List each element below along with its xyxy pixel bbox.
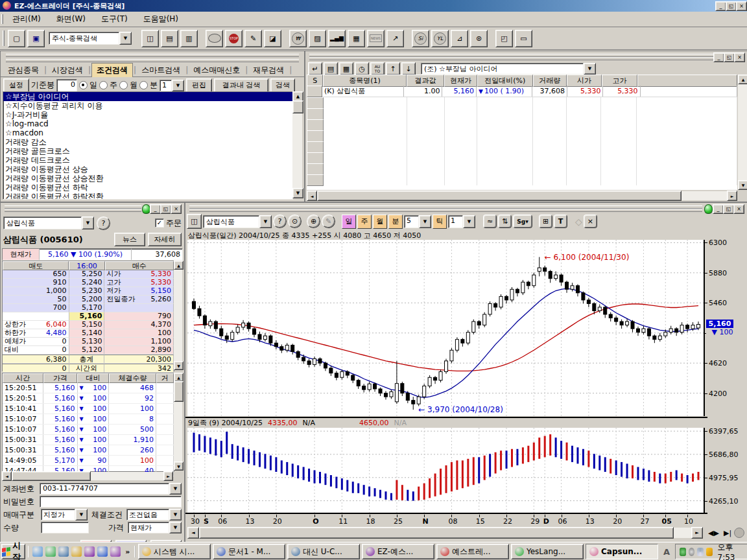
time-header[interactable]: 16:00: [69, 261, 104, 270]
scroll-down-icon[interactable]: ▼: [174, 461, 184, 471]
tick-col-1[interactable]: 가격: [43, 373, 78, 383]
yl-icon[interactable]: YL: [431, 30, 449, 47]
chevron-down-icon[interactable]: ▼: [169, 509, 182, 520]
detail-button[interactable]: 자세히: [148, 233, 182, 246]
minimize-button[interactable]: _: [150, 204, 161, 214]
tray-volume-icon[interactable]: [689, 548, 695, 556]
tick-row[interactable]: 15:20:515,160▼10092: [3, 393, 174, 404]
condition-item[interactable]: 거래량 골든크로스: [3, 146, 292, 156]
tick-row[interactable]: 14:49:055,170▼90100: [3, 456, 174, 466]
period-button-일[interactable]: 일: [342, 215, 356, 229]
condition-item[interactable]: 거래량 감소: [3, 137, 292, 146]
condition-item[interactable]: ☆지수이동평균 괴리치 이용: [3, 101, 292, 110]
chevron-down-icon[interactable]: ▼: [75, 509, 88, 520]
clock-icon[interactable]: ◷: [355, 62, 369, 75]
task-button[interactable]: 문서1 - M...: [213, 544, 285, 559]
restore-button[interactable]: ◱: [160, 204, 171, 214]
condition-combo[interactable]: (조) ☆부장님 아이디어▼: [421, 63, 596, 75]
signal-icon[interactable]: Sg▼: [513, 215, 532, 228]
panel-drag-handle2[interactable]: [189, 209, 702, 212]
tray-security-icon[interactable]: [706, 548, 713, 556]
pencil-icon[interactable]: ✎: [322, 215, 335, 228]
account-combo[interactable]: 003-11-774707▼: [40, 483, 182, 495]
outlook-icon[interactable]: [32, 546, 43, 557]
minute-combo[interactable]: 1▼: [160, 80, 184, 91]
scroll-up-icon[interactable]: ▲: [174, 373, 184, 382]
menu-grip[interactable]: [1, 14, 3, 24]
minimize-button[interactable]: _: [713, 204, 724, 214]
scroll-thumb[interactable]: [12, 471, 91, 481]
scroll-thumb[interactable]: [292, 100, 303, 113]
down-arrow-icon[interactable]: ↓: [401, 62, 416, 75]
tab-재무검색[interactable]: 재무검색: [248, 64, 289, 77]
chart-close-icon[interactable]: ×: [584, 215, 597, 228]
line-chart-icon[interactable]: ≈: [483, 215, 497, 228]
close-button[interactable]: ×: [733, 204, 744, 214]
quicklaunch-grip[interactable]: [28, 546, 29, 557]
row-selector[interactable]: [307, 152, 324, 164]
chevron-down-icon[interactable]: ▼: [82, 216, 94, 229]
chart-tick-combo[interactable]: 1▼: [448, 215, 475, 228]
scroll-right-icon[interactable]: ►: [691, 527, 703, 539]
row-selector[interactable]: [307, 119, 324, 131]
settings-gear-icon[interactable]: ⊛: [470, 30, 488, 47]
bar-chart-icon[interactable]: ▂▄▆: [328, 30, 346, 47]
panel-drag-handle2[interactable]: [309, 57, 714, 60]
language-indicator[interactable]: A: [659, 547, 674, 557]
order-checkbox[interactable]: ✓: [155, 218, 164, 228]
condition-item[interactable]: 거래량 이동평균선 하락전환: [3, 192, 292, 200]
scroll-up-icon[interactable]: ▲: [174, 261, 184, 270]
panel-drag-handle[interactable]: [6, 54, 299, 57]
new-window-icon[interactable]: ▢: [8, 30, 25, 47]
table-row[interactable]: (K) 삼립식품1.005,160▼100 ( 1.90)37,6085,330…: [307, 86, 737, 97]
base-candle-input[interactable]: 0: [56, 79, 77, 92]
period-button-월[interactable]: 월: [373, 215, 387, 229]
expand-icon[interactable]: ◰: [495, 30, 513, 47]
form-search-icon[interactable]: ▨: [309, 30, 326, 47]
condition-item[interactable]: ☆J-과거비율: [3, 110, 292, 119]
restore-button[interactable]: ◱: [724, 52, 735, 62]
stock-combo[interactable]: 삼립식품▼: [3, 216, 94, 229]
menu-help[interactable]: 도움말(H): [136, 14, 186, 25]
help-icon[interactable]: ?: [273, 215, 287, 228]
scroll-thumb[interactable]: [199, 527, 674, 539]
updown-icon[interactable]: ⇅: [498, 215, 512, 228]
task-button[interactable]: Capsun...: [586, 544, 658, 559]
won-coin-icon[interactable]: ₩: [289, 30, 307, 47]
tick-row[interactable]: 15:10:075,160▼1008: [3, 414, 174, 425]
condition-item[interactable]: 거래량 이동평균선 상승전환: [3, 174, 292, 183]
chevron-down-icon[interactable]: ▼: [172, 80, 184, 91]
task-button[interactable]: 시스템 시...: [138, 544, 211, 559]
candle-chart-icon[interactable]: ◫: [141, 30, 159, 47]
row-selector[interactable]: [307, 130, 324, 142]
tick-row[interactable]: 15:10:415,160▼100100: [3, 404, 174, 414]
close-button[interactable]: ×: [734, 52, 745, 62]
order-bubble-icon[interactable]: [206, 30, 223, 47]
chart-nav-circle-icon[interactable]: [734, 528, 744, 538]
chart-nav-prev-icon[interactable]: ◀▶: [708, 529, 719, 537]
radio-month[interactable]: 월: [119, 80, 137, 91]
candle-icon[interactable]: ◫: [187, 214, 202, 229]
media-icon[interactable]: [84, 546, 95, 557]
tick-col-4[interactable]: 거: [156, 373, 174, 383]
chart-monitor-icon[interactable]: ▦: [348, 30, 365, 47]
task-button[interactable]: 예스트레...: [436, 544, 509, 559]
panel-drag-handle2[interactable]: [5, 209, 141, 212]
save-icon[interactable]: ▣: [27, 30, 45, 47]
chevron-down-icon[interactable]: ▼: [463, 215, 475, 228]
scroll-down-icon[interactable]: ▼: [292, 188, 303, 198]
radio-week[interactable]: 주: [99, 80, 117, 91]
tick-col-2[interactable]: 대비: [77, 373, 109, 383]
order-type-combo[interactable]: 지정가▼: [41, 509, 88, 520]
tab-시장검색[interactable]: 시장검색: [47, 64, 88, 77]
news-icon[interactable]: NEWS: [367, 30, 385, 47]
book-scrollbar[interactable]: ▲ ▼: [174, 261, 182, 370]
sell-header[interactable]: 매도: [3, 261, 69, 270]
yescall-icon[interactable]: [71, 546, 82, 557]
tab-조건검색[interactable]: 조건검색: [91, 63, 133, 77]
scroll-thumb[interactable]: [174, 381, 184, 402]
condition-item[interactable]: 거래량 데드크로스: [3, 156, 292, 165]
password-input[interactable]: [40, 496, 182, 508]
tray-network-icon[interactable]: [697, 548, 704, 556]
row-selector[interactable]: [307, 141, 324, 153]
